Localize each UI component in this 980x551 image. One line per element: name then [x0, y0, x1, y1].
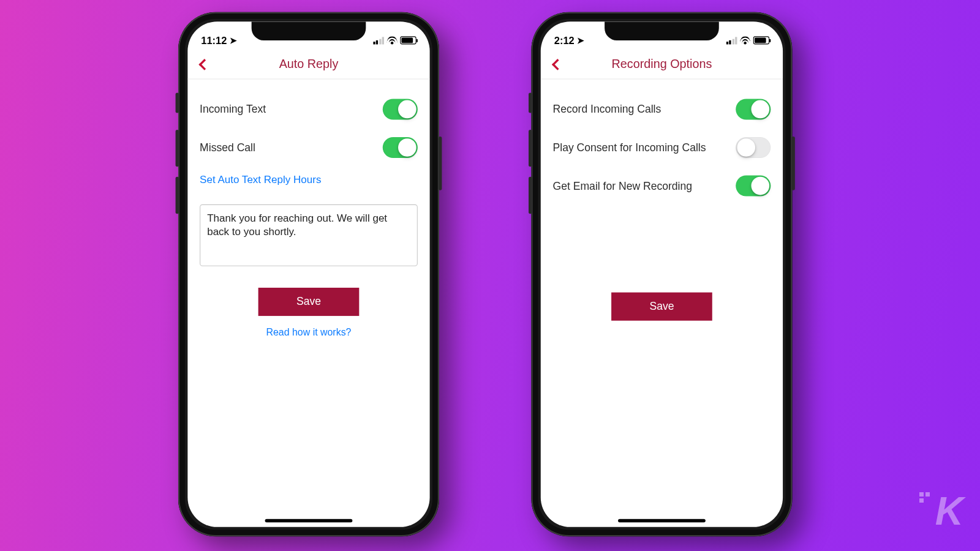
- phone-auto-reply: 11:12 ➤ Auto Reply Incoming Text Missed …: [178, 12, 439, 536]
- chevron-left-icon: [198, 59, 210, 70]
- phone-recording-options: 2:12 ➤ Recording Options Record Incoming…: [531, 12, 792, 536]
- side-button: [529, 130, 532, 167]
- setting-label: Missed Call: [200, 141, 255, 154]
- screen: 11:12 ➤ Auto Reply Incoming Text Missed …: [187, 21, 429, 527]
- chevron-left-icon: [552, 59, 564, 70]
- setting-label: Play Consent for Incoming Calls: [553, 141, 706, 154]
- setting-row-incoming-text: Incoming Text: [200, 90, 418, 129]
- setting-row-record-incoming: Record Incoming Calls: [553, 90, 771, 129]
- setting-label: Get Email for New Recording: [553, 180, 692, 192]
- content: Incoming Text Missed Call Set Auto Text …: [187, 80, 429, 342]
- content: Record Incoming Calls Play Consent for I…: [541, 80, 783, 321]
- wifi-icon: [386, 36, 398, 44]
- battery-icon: [753, 36, 769, 44]
- set-hours-link[interactable]: Set Auto Text Reply Hours: [200, 167, 418, 189]
- page-title: Auto Reply: [279, 57, 339, 71]
- auto-reply-message-input[interactable]: [200, 204, 418, 266]
- nav-bar: Recording Options: [541, 50, 783, 79]
- cellular-icon: [726, 37, 737, 44]
- cellular-icon: [373, 37, 384, 44]
- back-button[interactable]: [193, 53, 216, 75]
- nav-bar: Auto Reply: [187, 50, 429, 79]
- toggle-missed-call[interactable]: [383, 137, 418, 158]
- save-button[interactable]: Save: [611, 293, 712, 321]
- side-button: [176, 93, 179, 113]
- side-button: [529, 93, 532, 113]
- status-time: 2:12: [554, 35, 575, 47]
- location-icon: ➤: [230, 36, 237, 45]
- back-button[interactable]: [546, 53, 569, 75]
- home-indicator[interactable]: [265, 519, 353, 522]
- side-button: [176, 130, 179, 167]
- watermark: K: [935, 489, 962, 534]
- side-button: [439, 137, 442, 190]
- setting-row-email-recording: Get Email for New Recording: [553, 167, 771, 205]
- toggle-play-consent[interactable]: [736, 137, 771, 158]
- screen: 2:12 ➤ Recording Options Record Incoming…: [541, 21, 783, 527]
- setting-label: Record Incoming Calls: [553, 103, 662, 116]
- setting-label: Incoming Text: [200, 103, 266, 116]
- help-link[interactable]: Read how it works?: [200, 316, 418, 342]
- setting-row-play-consent: Play Consent for Incoming Calls: [553, 129, 771, 167]
- page-title: Recording Options: [612, 57, 712, 71]
- save-button[interactable]: Save: [258, 288, 360, 316]
- notch: [605, 21, 719, 40]
- side-button: [791, 137, 794, 190]
- toggle-incoming-text[interactable]: [383, 99, 418, 119]
- location-icon: ➤: [577, 36, 584, 45]
- wifi-icon: [740, 36, 751, 44]
- notch: [252, 21, 366, 40]
- toggle-email-recording[interactable]: [736, 176, 771, 197]
- setting-row-missed-call: Missed Call: [200, 129, 418, 167]
- home-indicator[interactable]: [618, 519, 706, 522]
- toggle-record-incoming[interactable]: [736, 99, 771, 119]
- status-time: 11:12: [201, 35, 227, 47]
- battery-icon: [400, 36, 416, 44]
- side-button: [176, 177, 179, 214]
- side-button: [529, 177, 532, 214]
